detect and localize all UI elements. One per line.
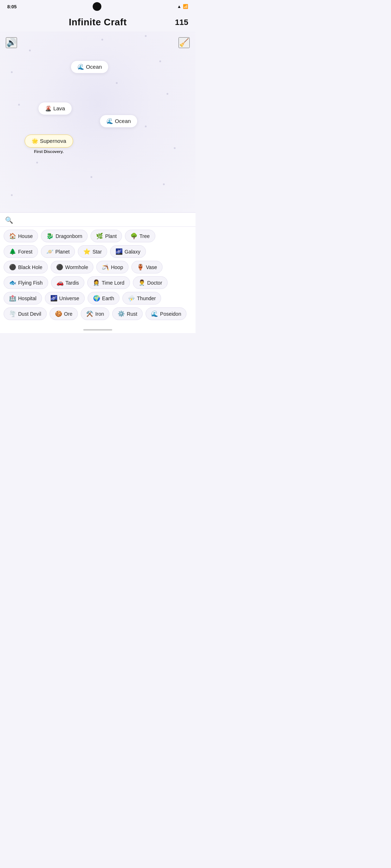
dragonborn-emoji: 🐉 bbox=[46, 233, 54, 239]
grid-item-dragonborn[interactable]: 🐉Dragonborn bbox=[41, 230, 88, 242]
doctor-emoji: 👨‍⚕️ bbox=[138, 279, 146, 286]
canvas-lava-1-label: Lava bbox=[53, 105, 65, 111]
grid-item-dustdevil[interactable]: 🌪️Dust Devil bbox=[4, 307, 47, 320]
hospital-emoji: 🏥 bbox=[9, 295, 16, 302]
grid-item-house[interactable]: 🏠House bbox=[4, 230, 38, 242]
grid-item-plant[interactable]: 🌿Plant bbox=[91, 230, 122, 242]
canvas-ocean-2-label: Ocean bbox=[115, 118, 131, 124]
canvas-supernova-1[interactable]: 🌟 Supernova First Discovery. bbox=[25, 135, 73, 148]
camera-pill bbox=[93, 2, 101, 11]
planet-label: Planet bbox=[55, 249, 70, 255]
signal-icon: 📶 bbox=[183, 4, 188, 9]
flyingfish-emoji: 🐟 bbox=[9, 279, 16, 286]
grid-item-thunder[interactable]: ⛈️Thunder bbox=[122, 292, 161, 305]
items-grid: 🏠House 🐉Dragonborn 🌿Plant 🌳Tree 🌲Forest … bbox=[0, 227, 196, 323]
canvas-lava-1-emoji: 🌋 bbox=[45, 105, 52, 111]
search-input[interactable] bbox=[16, 217, 190, 224]
vase-emoji: 🏺 bbox=[137, 264, 144, 271]
status-icons: ▲ 📶 bbox=[177, 4, 188, 9]
doctor-label: Doctor bbox=[147, 280, 162, 286]
canvas-supernova-1-label: Supernova bbox=[40, 138, 66, 144]
first-discovery-label: First Discovery. bbox=[25, 149, 73, 154]
wormhole-label: Wormhole bbox=[65, 264, 88, 270]
search-bar[interactable]: 🔍 bbox=[0, 213, 196, 227]
thunder-emoji: ⛈️ bbox=[128, 295, 135, 302]
flyingfish-label: Flying Fish bbox=[18, 280, 43, 286]
broom-button[interactable]: 🧹 bbox=[178, 37, 190, 48]
dragonborn-label: Dragonborn bbox=[55, 233, 82, 239]
grid-item-planet[interactable]: 🪐Planet bbox=[41, 245, 75, 258]
hoop-emoji: 🪃 bbox=[102, 264, 109, 271]
grid-item-galaxy[interactable]: 🌌Galaxy bbox=[110, 245, 146, 258]
canvas-ocean-2-emoji: 🌊 bbox=[106, 118, 113, 124]
grid-item-poseidon[interactable]: 🌊Poseidon bbox=[146, 307, 186, 320]
tree-emoji: 🌳 bbox=[130, 233, 138, 239]
galaxy-emoji: 🌌 bbox=[115, 248, 123, 255]
tardis-label: Tardis bbox=[66, 280, 79, 286]
grid-item-hospital[interactable]: 🏥Hospital bbox=[4, 292, 42, 305]
tree-label: Tree bbox=[139, 233, 150, 239]
sound-button[interactable]: 🔊 bbox=[6, 37, 17, 48]
grid-item-tree[interactable]: 🌳Tree bbox=[125, 230, 155, 242]
earth-emoji: 🌍 bbox=[93, 295, 100, 302]
vase-label: Vase bbox=[146, 264, 157, 270]
plant-emoji: 🌿 bbox=[96, 233, 103, 239]
timelord-label: Time Lord bbox=[102, 280, 125, 286]
ore-emoji: 🍪 bbox=[55, 310, 62, 317]
grid-item-earth[interactable]: 🌍Earth bbox=[88, 292, 119, 305]
earth-label: Earth bbox=[102, 295, 114, 301]
grid-item-rust[interactable]: ⚙️Rust bbox=[112, 307, 143, 320]
house-label: House bbox=[18, 233, 33, 239]
planet-emoji: 🪐 bbox=[46, 248, 54, 255]
bottom-panel: 🔍 🏠House 🐉Dragonborn 🌿Plant 🌳Tree 🌲Fores… bbox=[0, 212, 196, 327]
universe-label: Universe bbox=[59, 295, 79, 301]
grid-item-doctor[interactable]: 👨‍⚕️Doctor bbox=[133, 276, 168, 289]
grid-item-universe[interactable]: 🌌Universe bbox=[45, 292, 85, 305]
grid-item-star[interactable]: ⭐Star bbox=[78, 245, 107, 258]
grid-item-iron[interactable]: ⚒️Iron bbox=[81, 307, 109, 320]
grid-item-ore[interactable]: 🍪Ore bbox=[50, 307, 78, 320]
canvas-ocean-1-emoji: 🌊 bbox=[77, 64, 84, 70]
ore-label: Ore bbox=[64, 311, 72, 317]
search-icon: 🔍 bbox=[5, 216, 13, 224]
grid-item-hoop[interactable]: 🪃Hoop bbox=[96, 261, 128, 273]
house-emoji: 🏠 bbox=[9, 233, 16, 239]
timelord-emoji: 👩‍⚕️ bbox=[93, 279, 100, 286]
item-count: 115 bbox=[175, 18, 188, 27]
blackhole-label: Black Hole bbox=[18, 264, 42, 270]
grid-item-flyingfish[interactable]: 🐟Flying Fish bbox=[4, 276, 48, 289]
iron-emoji: ⚒️ bbox=[86, 310, 93, 317]
grid-item-vase[interactable]: 🏺Vase bbox=[131, 261, 163, 273]
star-label: Star bbox=[92, 249, 102, 255]
rust-label: Rust bbox=[127, 311, 137, 317]
universe-emoji: 🌌 bbox=[50, 295, 58, 302]
dustdevil-label: Dust Devil bbox=[18, 311, 41, 317]
rust-emoji: ⚙️ bbox=[118, 310, 125, 317]
poseidon-emoji: 🌊 bbox=[151, 310, 158, 317]
canvas-lava-1[interactable]: 🌋 Lava bbox=[38, 102, 72, 115]
canvas-ocean-1[interactable]: 🌊 Ocean bbox=[71, 60, 109, 73]
star-emoji: ⭐ bbox=[83, 248, 91, 255]
grid-item-blackhole[interactable]: ⚫Black Hole bbox=[4, 261, 48, 273]
hospital-label: Hospital bbox=[18, 295, 37, 301]
canvas-ocean-2[interactable]: 🌊 Ocean bbox=[100, 115, 138, 128]
grid-item-wormhole[interactable]: ⚫Wormhole bbox=[51, 261, 94, 273]
grid-item-timelord[interactable]: 👩‍⚕️Time Lord bbox=[87, 276, 130, 289]
thunder-label: Thunder bbox=[137, 295, 156, 301]
grid-item-tardis[interactable]: 🚗Tardis bbox=[51, 276, 84, 289]
tardis-emoji: 🚗 bbox=[56, 279, 64, 286]
craft-canvas[interactable]: 🔊 🧹 🌊 Ocean 🌋 Lava 🌊 Ocean 🌟 Supernova F… bbox=[0, 31, 196, 212]
canvas-ocean-1-label: Ocean bbox=[86, 64, 102, 70]
dustdevil-emoji: 🌪️ bbox=[9, 310, 16, 317]
app-header: Infinite Craft 115 bbox=[0, 13, 196, 31]
poseidon-label: Poseidon bbox=[160, 311, 181, 317]
wormhole-emoji: ⚫ bbox=[56, 264, 63, 271]
grid-item-forest[interactable]: 🌲Forest bbox=[4, 245, 38, 258]
app-title: Infinite Craft bbox=[69, 17, 127, 28]
nav-handle bbox=[83, 329, 112, 331]
galaxy-label: Galaxy bbox=[125, 249, 140, 255]
nav-bar bbox=[0, 327, 196, 333]
status-time: 8:05 bbox=[7, 4, 17, 9]
canvas-supernova-1-emoji: 🌟 bbox=[31, 138, 38, 144]
hoop-label: Hoop bbox=[111, 264, 123, 270]
